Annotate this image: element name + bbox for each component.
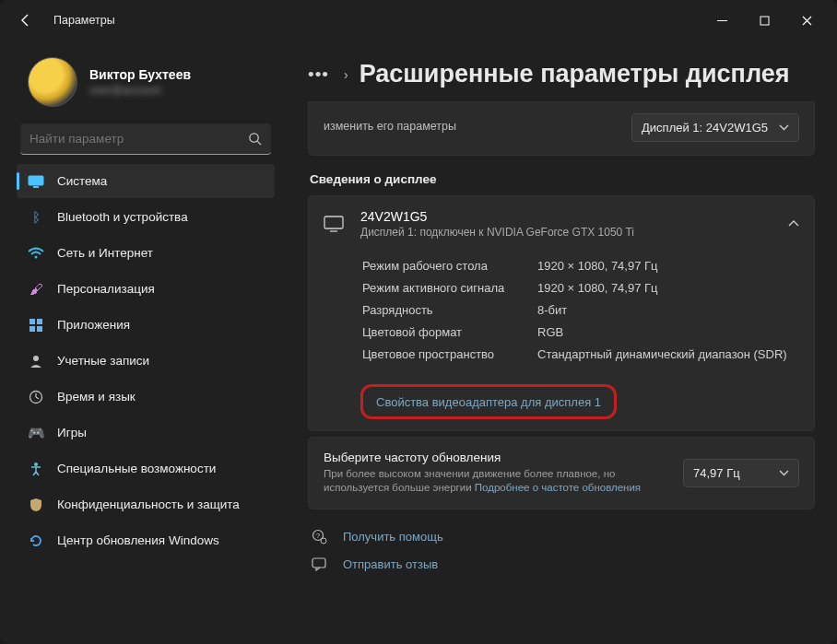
svg-point-2 <box>250 134 258 142</box>
maximize-button[interactable] <box>743 6 785 35</box>
tv: Стандартный динамический диапазон (SDR) <box>537 344 787 366</box>
gaming-icon: 🎮 <box>28 425 44 441</box>
system-icon <box>28 173 44 190</box>
link-label: Отправить отзыв <box>343 557 438 571</box>
nav-label: Bluetooth и устройства <box>57 210 188 224</box>
nav-personalization[interactable]: 🖌Персонализация <box>17 272 275 306</box>
svg-line-3 <box>257 141 261 145</box>
window-title: Параметры <box>53 14 701 27</box>
tk: Цветовое пространство <box>362 344 537 366</box>
svg-text:?: ? <box>316 532 321 540</box>
svg-point-18 <box>321 538 326 544</box>
display-name: 24V2W1G5 <box>360 209 634 224</box>
refresh-rate-card: Выберите частоту обновления При более вы… <box>308 437 815 509</box>
nav-gaming[interactable]: 🎮Игры <box>17 416 275 450</box>
refresh-more-link[interactable]: Подробнее о частоте обновления <box>475 482 641 493</box>
svg-rect-8 <box>37 319 42 324</box>
display-info-card: 24V2W1G5 Дисплей 1: подключен к NVIDIA G… <box>308 195 815 431</box>
chevron-right-icon: › <box>344 67 348 82</box>
svg-rect-4 <box>29 176 43 185</box>
avatar <box>28 57 77 107</box>
clock-icon <box>28 389 44 405</box>
tv: 1920 × 1080, 74,97 Гц <box>537 277 658 299</box>
display-header-row[interactable]: 24V2W1G5 Дисплей 1: подключен к NVIDIA G… <box>309 196 814 252</box>
tk: Режим рабочего стола <box>362 255 537 277</box>
display-selector-dropdown[interactable]: Дисплей 1: 24V2W1G5 <box>631 113 799 142</box>
monitor-icon <box>324 216 348 232</box>
svg-rect-10 <box>37 326 42 332</box>
highlight-annotation: Свойства видеоадаптера для дисплея 1 <box>360 384 617 419</box>
help-icon: ? <box>312 529 328 544</box>
dropdown-value: 74,97 Гц <box>693 466 740 480</box>
nav-label: Время и язык <box>57 390 136 404</box>
tv: 8-бит <box>537 299 567 322</box>
svg-rect-5 <box>33 186 39 188</box>
refresh-rate-dropdown[interactable]: 74,97 Гц <box>683 459 799 487</box>
nav-label: Учетные записи <box>57 354 149 368</box>
apps-icon <box>28 317 44 334</box>
back-button[interactable] <box>17 11 35 29</box>
svg-rect-1 <box>760 17 769 25</box>
profile-email: user@account <box>89 84 191 97</box>
profile-name: Виктор Бухтеев <box>89 67 191 82</box>
svg-rect-7 <box>29 319 35 324</box>
svg-rect-19 <box>312 558 325 568</box>
nav-label: Игры <box>57 426 87 439</box>
nav-label: Сеть и Интернет <box>57 246 153 260</box>
search-icon <box>248 132 262 146</box>
tk: Режим активного сигнала <box>362 277 537 299</box>
wifi-icon <box>28 245 44 262</box>
close-button[interactable] <box>785 6 828 35</box>
brush-icon: 🖌 <box>28 281 44 298</box>
nav-accounts[interactable]: Учетные записи <box>17 344 275 378</box>
display-details-table: Режим рабочего стола1920 × 1080, 74,97 Г… <box>309 252 814 377</box>
select-display-card: изменить его параметры Дисплей 1: 24V2W1… <box>308 101 815 156</box>
dropdown-value: Дисплей 1: 24V2W1G5 <box>642 121 768 135</box>
nav-network[interactable]: Сеть и Интернет <box>17 236 275 270</box>
nav-label: Специальные возможности <box>57 462 216 475</box>
nav-privacy[interactable]: Конфиденциальность и защита <box>17 487 275 521</box>
svg-point-11 <box>33 356 39 361</box>
shield-icon <box>28 497 44 513</box>
chevron-up-icon <box>788 220 799 228</box>
nav-system[interactable]: Система <box>17 164 275 198</box>
chevron-down-icon <box>779 470 789 476</box>
update-icon <box>28 533 44 549</box>
svg-rect-9 <box>29 326 35 332</box>
svg-point-13 <box>34 463 38 466</box>
svg-point-6 <box>35 255 38 258</box>
feedback-icon <box>312 557 328 571</box>
search-box[interactable] <box>20 123 271 155</box>
adapter-properties-link[interactable]: Свойства видеоадаптера для дисплея 1 <box>376 395 601 409</box>
get-help-link[interactable]: ? Получить помощь <box>308 522 815 551</box>
tv: 1920 × 1080, 74,97 Гц <box>537 255 658 277</box>
select-display-text: изменить его параметры <box>324 119 456 135</box>
bluetooth-icon: ᛒ <box>28 209 44 226</box>
nav-time-language[interactable]: Время и язык <box>17 380 275 414</box>
nav-label: Система <box>57 174 107 188</box>
breadcrumb-ellipsis[interactable]: ••• <box>308 64 329 85</box>
nav-label: Персонализация <box>57 282 155 296</box>
section-display-info: Сведения о дисплее <box>310 172 815 186</box>
nav-label: Приложения <box>57 318 130 332</box>
tk: Разрядность <box>362 299 537 322</box>
minimize-button[interactable] <box>701 6 743 35</box>
nav-label: Конфиденциальность и защита <box>57 498 240 511</box>
nav-apps[interactable]: Приложения <box>17 308 275 342</box>
search-input[interactable] <box>29 132 248 146</box>
svg-rect-14 <box>324 217 343 228</box>
link-label: Получить помощь <box>343 530 443 544</box>
profile-block[interactable]: Виктор Бухтеев user@account <box>17 50 275 120</box>
display-sub: Дисплей 1: подключен к NVIDIA GeForce GT… <box>360 226 634 239</box>
refresh-title: Выберите частоту обновления <box>324 451 670 464</box>
accessibility-icon <box>28 461 44 477</box>
person-icon <box>28 353 44 369</box>
tv: RGB <box>537 322 563 344</box>
nav-bluetooth[interactable]: ᛒBluetooth и устройства <box>17 200 275 234</box>
chevron-down-icon <box>779 124 789 131</box>
nav-accessibility[interactable]: Специальные возможности <box>17 451 275 486</box>
nav-label: Центр обновления Windows <box>57 533 219 547</box>
page-title: Расширенные параметры дисплея <box>360 61 790 88</box>
nav-update[interactable]: Центр обновления Windows <box>17 523 275 557</box>
send-feedback-link[interactable]: Отправить отзыв <box>308 551 815 578</box>
